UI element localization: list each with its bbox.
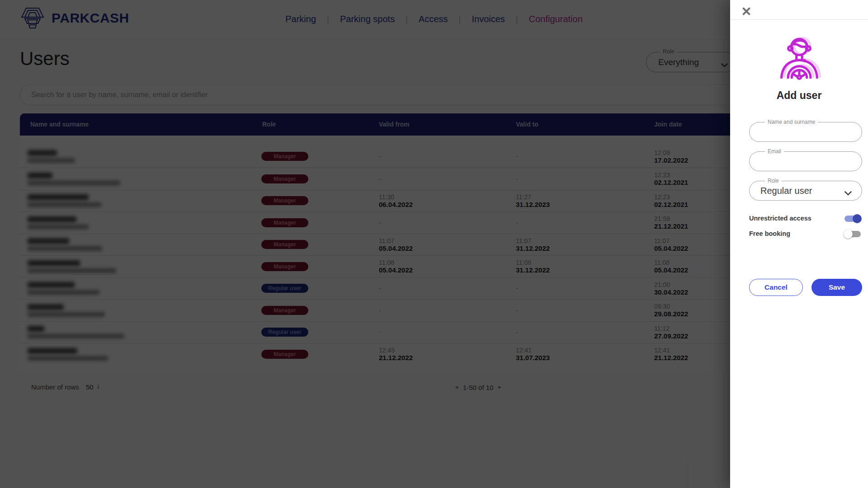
email-field: Email [749,151,862,171]
email-input[interactable] [750,152,862,171]
free-booking-label: Free booking [749,230,790,237]
save-button[interactable]: Save [811,279,862,296]
drawer-divider [730,19,868,20]
close-icon[interactable] [741,6,752,17]
name-field-label: Name and surname [765,119,818,125]
chevron-down-icon [844,189,852,197]
unrestricted-access-label: Unrestricted access [749,215,811,222]
drawer-title: Add user [730,89,868,102]
name-field: Name and surname [749,122,862,142]
role-select[interactable]: Role Regular user [749,181,862,201]
cancel-button[interactable]: Cancel [749,279,803,296]
toggle-knob [844,230,853,239]
email-field-label: Email [765,148,784,155]
role-select-value: Regular user [760,181,812,200]
name-input[interactable] [750,122,862,141]
driver-icon [730,34,868,81]
toggle-knob [853,214,862,223]
unrestricted-access-toggle[interactable] [844,216,861,222]
add-user-drawer: Add user Name and surname Email Role Reg… [730,0,868,488]
free-booking-toggle[interactable] [844,231,861,237]
